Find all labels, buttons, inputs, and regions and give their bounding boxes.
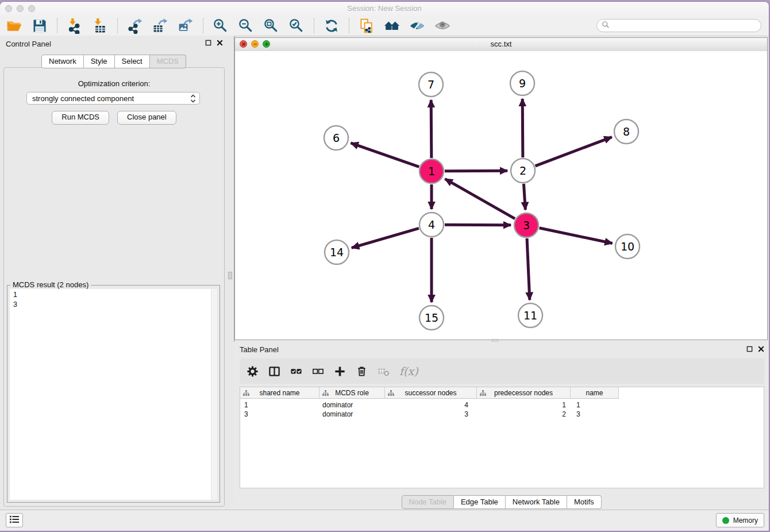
table-row[interactable]: 3dominator323 (240, 410, 764, 419)
graph-edge-2-3[interactable] (523, 184, 525, 210)
float-panel-icon[interactable] (205, 40, 211, 46)
toolbar-separator (57, 18, 58, 33)
toolbar-separator (203, 18, 204, 33)
tab-node-table[interactable]: Node Table (401, 495, 454, 509)
minimize-window-button[interactable] (17, 5, 24, 12)
select-all-icon[interactable] (290, 365, 302, 377)
tab-style[interactable]: Style (84, 55, 115, 68)
graph-edge-3-1[interactable] (445, 179, 515, 218)
show-panels-button[interactable] (6, 513, 23, 527)
close-panel-icon[interactable] (217, 40, 223, 46)
graph-edge-3-11[interactable] (527, 238, 530, 300)
criterion-value: strongly connected component (32, 94, 134, 103)
hierarchy-icon (243, 390, 249, 396)
mcds-result-item[interactable]: 3 (13, 300, 214, 310)
add-column-icon[interactable] (334, 365, 346, 377)
table-cell[interactable]: 3 (240, 410, 319, 418)
graph-edge-1-7[interactable] (431, 100, 432, 158)
column-header-name[interactable]: name (571, 387, 619, 399)
run-mcds-button[interactable]: Run MCDS (52, 111, 109, 125)
deselect-all-icon[interactable] (312, 365, 324, 377)
delete-column-icon[interactable] (356, 365, 368, 377)
app-titlebar: Session: New Session (0, 2, 769, 16)
column-header-predecessor-nodes[interactable]: predecessor nodes (477, 387, 571, 399)
import-table-icon[interactable] (90, 17, 109, 34)
first-neighbors-icon[interactable] (382, 17, 401, 34)
table-tabs: Node TableEdge TableNetwork TableMotifs (401, 495, 601, 509)
function-icon[interactable]: f(x) (399, 365, 418, 377)
export-table-icon[interactable] (151, 17, 170, 34)
table-cell[interactable]: 2 (477, 410, 571, 418)
zoom-out-icon[interactable] (236, 17, 255, 34)
search-box[interactable] (596, 19, 761, 32)
table-row[interactable]: 1dominator411 (240, 400, 764, 410)
graph-edge-3-10[interactable] (540, 228, 613, 244)
tab-motifs[interactable]: Motifs (567, 495, 602, 509)
network-window-title: scc.txt (235, 38, 767, 51)
table-cell[interactable]: dominator (319, 410, 385, 418)
splitter-grip[interactable] (228, 272, 232, 279)
tab-edge-table[interactable]: Edge Table (454, 495, 506, 509)
export-image-icon[interactable] (176, 17, 195, 34)
table-cell[interactable]: 1 (477, 401, 571, 409)
split-view-icon[interactable] (268, 365, 280, 377)
optimization-criterion-label: Optimization criterion: (4, 79, 224, 88)
memory-button[interactable]: Memory (716, 513, 764, 527)
control-panel: Control Panel NetworkStyleSelectMCDS Opt… (0, 36, 228, 510)
delete-table-icon[interactable] (378, 365, 390, 377)
zoom-window-button[interactable] (28, 5, 35, 12)
tab-select[interactable]: Select (115, 55, 150, 68)
column-header-shared-name[interactable]: shared name (240, 387, 319, 399)
table-cell[interactable]: 3 (571, 410, 619, 418)
hide-selected-icon[interactable] (407, 17, 426, 34)
tab-network-table[interactable]: Network Table (506, 495, 567, 509)
network-workspace: scc.txt 7968124314101511 Table Panel f(x… (234, 36, 769, 510)
float-table-panel-icon[interactable] (746, 346, 753, 352)
table-cell[interactable]: 1 (571, 401, 619, 409)
search-icon (602, 21, 610, 31)
table-cell[interactable]: 4 (385, 401, 477, 409)
graph-node-label: 7 (428, 78, 434, 91)
criterion-dropdown[interactable]: strongly connected component (26, 92, 200, 105)
export-network-icon[interactable] (125, 17, 144, 34)
graph-node-label: 4 (428, 218, 435, 231)
mcds-result-item[interactable]: 1 (13, 290, 214, 300)
result-scrollbar[interactable] (211, 289, 217, 500)
dropdown-stepper-icon (190, 94, 196, 105)
mcds-result-list-area[interactable]: 13 (10, 289, 217, 500)
zoom-in-icon[interactable] (211, 17, 230, 34)
tab-network[interactable]: Network (41, 55, 84, 68)
save-session-icon[interactable] (30, 17, 49, 34)
import-network-icon[interactable] (65, 17, 84, 34)
table-cell[interactable]: 1 (240, 401, 319, 409)
open-session-icon[interactable] (5, 17, 24, 34)
tab-mcds[interactable]: MCDS (150, 55, 186, 68)
network-canvas[interactable]: 7968124314101511 (235, 51, 767, 340)
network-maximize-button[interactable] (263, 40, 270, 48)
column-header-successor-nodes[interactable]: successor nodes (385, 387, 477, 399)
new-network-from-selection-icon[interactable] (357, 17, 376, 34)
network-window-titlebar[interactable]: scc.txt (235, 38, 767, 52)
zoom-selected-icon[interactable] (287, 17, 306, 34)
close-window-button[interactable] (5, 5, 12, 12)
table-cell[interactable]: dominator (319, 401, 385, 409)
network-view-window: scc.txt 7968124314101511 (234, 37, 768, 340)
network-close-button[interactable] (240, 40, 247, 48)
graph-edge-1-6[interactable] (351, 143, 419, 167)
close-table-panel-icon[interactable] (758, 346, 764, 352)
gear-icon[interactable] (247, 365, 259, 377)
column-header-MCDS-role[interactable]: MCDS role (319, 387, 385, 399)
graph-edge-2-8[interactable] (536, 137, 612, 166)
graph-edge-4-14[interactable] (352, 228, 419, 248)
mcds-tab-panel: Optimization criterion: strongly connect… (3, 67, 225, 507)
graph-edge-4-3[interactable] (445, 225, 511, 225)
search-input[interactable] (613, 21, 756, 30)
close-panel-button[interactable]: Close panel (117, 111, 176, 125)
apply-layout-icon[interactable] (322, 17, 341, 34)
graph-edge-2-9[interactable] (522, 99, 523, 157)
show-all-icon[interactable] (433, 17, 452, 34)
zoom-fit-icon[interactable] (261, 17, 280, 34)
network-minimize-button[interactable] (251, 40, 259, 48)
table-cell[interactable]: 3 (385, 410, 477, 418)
graph-edge-1-2[interactable] (445, 171, 507, 171)
